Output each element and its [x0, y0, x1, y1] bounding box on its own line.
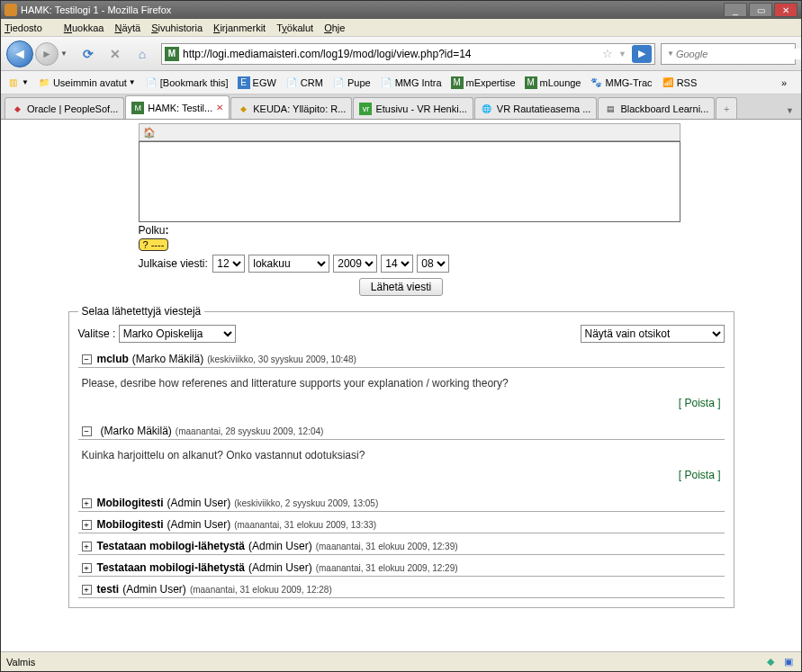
message-meta: (maanantai, 28 syyskuu 2009, 12:04) [176, 426, 324, 436]
tab-blackboard[interactable]: ▤Blackboard Learni... [598, 97, 715, 119]
collapse-icon[interactable]: − [82, 426, 92, 436]
tab-oracle[interactable]: ◆Oracle | PeopleSof... [5, 97, 124, 119]
collapse-icon[interactable]: − [82, 354, 92, 364]
message-title: Testataan mobilogi-lähetystä [97, 540, 245, 552]
user-select[interactable]: Marko Opiskelija [119, 325, 236, 343]
menu-history[interactable]: Sivuhistoria [151, 22, 203, 33]
tab-vr-etusivu[interactable]: vrEtusivu - VR Henki... [353, 97, 473, 119]
bookmark-most-visited[interactable]: 📁Useimmin avatut▼ [38, 76, 136, 89]
expand-icon[interactable]: + [82, 542, 92, 551]
close-button[interactable]: ✕ [774, 3, 797, 17]
expand-icon[interactable]: + [82, 585, 92, 595]
message-item: +Testataan mobilogi-lähetystä(Admin User… [78, 537, 725, 555]
search-bar[interactable]: G ▼ 🔍 [661, 43, 796, 65]
message-author: (Admin User) [248, 561, 312, 574]
bookmark-mexpertise[interactable]: MmExpertise [451, 76, 516, 89]
publish-label: Julkaise viesti: [139, 257, 208, 270]
publish-month-select[interactable]: lokakuu [248, 255, 329, 273]
menu-help[interactable]: Ohje [324, 22, 345, 33]
url-bar[interactable]: M ☆ ▼ ▶ [161, 43, 655, 65]
forward-button[interactable]: ► [35, 42, 59, 66]
publish-hour-select[interactable]: 14 [381, 255, 413, 273]
history-dropdown[interactable]: ▼ [60, 49, 69, 58]
menu-tools[interactable]: Työkalut [276, 22, 313, 33]
delete-link[interactable]: Poista [684, 397, 714, 409]
message-header: −mclub(Marko Mäkilä)(keskiviikko, 30 syy… [78, 350, 725, 368]
publish-year-select[interactable]: 2009 [333, 255, 377, 273]
bookmark-pupe[interactable]: 📄Pupe [332, 76, 371, 89]
expand-icon[interactable]: + [82, 520, 92, 530]
message-header: +testi(Admin User)(maanantai, 31 elokuu … [78, 580, 725, 598]
tab-bar: ◆Oracle | PeopleSof... MHAMK: Testil...✕… [1, 94, 801, 120]
tab-list-dropdown[interactable]: ▼ [786, 106, 794, 115]
message-author: (Marko Mäkilä) [132, 353, 203, 365]
message-author: (Admin User) [167, 497, 231, 509]
menu-edit[interactable]: Muokkaa [64, 22, 104, 33]
back-button[interactable]: ◄ [6, 40, 33, 67]
menu-bar: Tiedosto Muokkaa Näytä Sivuhistoria Kirj… [1, 19, 801, 37]
expand-icon[interactable]: + [82, 498, 92, 508]
message-header: +Testataan mobilogi-lähetystä(Admin User… [78, 537, 725, 555]
bookmark-egw[interactable]: EEGW [238, 76, 276, 89]
status-icon-1[interactable]: ◆ [763, 655, 778, 669]
tab-hamk[interactable]: MHAMK: Testil...✕ [125, 95, 230, 119]
site-favicon: M [165, 47, 179, 61]
bookmark-mmg-trac[interactable]: 🐾MMG-Trac [590, 76, 652, 89]
bookmark-overflow[interactable]: » [781, 77, 787, 88]
bookmark-rss[interactable]: 📶RSS [662, 76, 698, 89]
message-author: (Admin User) [122, 583, 186, 596]
message-actions: [ Poista ] [78, 465, 725, 490]
message-title: testi [97, 583, 120, 596]
delete-link[interactable]: Poista [684, 469, 714, 481]
help-badge[interactable]: ? ---- [139, 238, 169, 251]
minimize-button[interactable]: _ [724, 3, 747, 17]
menu-file[interactable]: Tiedosto [5, 22, 53, 33]
send-message-button[interactable]: Lähetä viesti [359, 278, 443, 296]
message-item: +Mobilogitesti(Admin User)(maanantai, 31… [78, 515, 725, 533]
new-tab-button[interactable]: + [716, 97, 737, 119]
window-titlebar: HAMK: Testilogi 1 - Mozilla Firefox _ ▭ … [1, 1, 801, 19]
search-input[interactable] [676, 49, 801, 59]
reload-button[interactable]: ⟳ [79, 45, 97, 63]
bookmark-star-icon[interactable]: ☆ [602, 47, 613, 60]
dropdown-icon[interactable]: ▼ [618, 49, 626, 58]
bookmark-crm[interactable]: 📄CRM [285, 76, 323, 89]
status-bar: Valmis ◆ ▣ [1, 651, 801, 671]
message-title: Testataan mobilogi-lähetystä [97, 561, 245, 574]
message-author: (Admin User) [167, 518, 231, 531]
home-button[interactable]: ⌂ [133, 45, 151, 63]
message-header: +Mobilogitesti(Admin User)(maanantai, 31… [78, 515, 725, 533]
message-header: +Testataan mobilogi-lähetystä(Admin User… [78, 559, 725, 577]
bookmark-mmg-intra[interactable]: 📄MMG Intra [380, 76, 442, 89]
menu-bookmarks[interactable]: Kirjanmerkit [213, 22, 266, 33]
bookmark-this[interactable]: 📄[Bookmark this] [145, 76, 229, 89]
stop-button[interactable]: ✕ [106, 45, 124, 63]
publish-day-select[interactable]: 12 [212, 255, 245, 273]
message-editor[interactable] [139, 141, 680, 222]
go-button[interactable]: ▶ [632, 45, 652, 63]
message-item: +Mobilogitesti(Admin User)(keskiviikko, … [78, 494, 725, 512]
status-text: Valmis [6, 657, 35, 668]
search-engine-dropdown[interactable]: ▼ [667, 49, 674, 58]
message-title: Mobilogitesti [97, 497, 164, 509]
status-icon-2[interactable]: ▣ [781, 655, 796, 669]
tab-vr-rautatie[interactable]: 🌐VR Rautatieasema ... [474, 97, 598, 119]
expand-icon[interactable]: + [82, 563, 92, 573]
menu-view[interactable]: Näytä [114, 22, 140, 33]
message-item: −mclub(Marko Mäkilä)(keskiviikko, 30 syy… [78, 350, 725, 418]
message-meta: (maanantai, 31 elokuu 2009, 12:39) [316, 542, 458, 551]
message-header: −(Marko Mäkilä)(maanantai, 28 syyskuu 20… [78, 422, 725, 440]
message-header: +Mobilogitesti(Admin User)(keskiviikko, … [78, 494, 725, 512]
tab-close-icon[interactable]: ✕ [216, 103, 223, 112]
url-input[interactable] [183, 48, 599, 60]
message-author: (Admin User) [248, 540, 312, 552]
maximize-button[interactable]: ▭ [749, 3, 772, 17]
message-title: mclub [97, 353, 129, 365]
publish-minute-select[interactable]: 08 [417, 255, 449, 273]
show-all-bookmarks[interactable]: ▥▼ [6, 76, 29, 89]
page-content: 🏠 Polku: ? ---- Julkaise viesti: 12 loka… [1, 120, 801, 651]
view-mode-select[interactable]: Näytä vain otsikot [581, 325, 725, 343]
editor-home-icon[interactable]: 🏠 [143, 127, 158, 139]
tab-keuda[interactable]: ◆KEUDA: Ylläpito: R... [230, 97, 352, 119]
bookmark-mlounge[interactable]: MmLounge [525, 76, 581, 89]
